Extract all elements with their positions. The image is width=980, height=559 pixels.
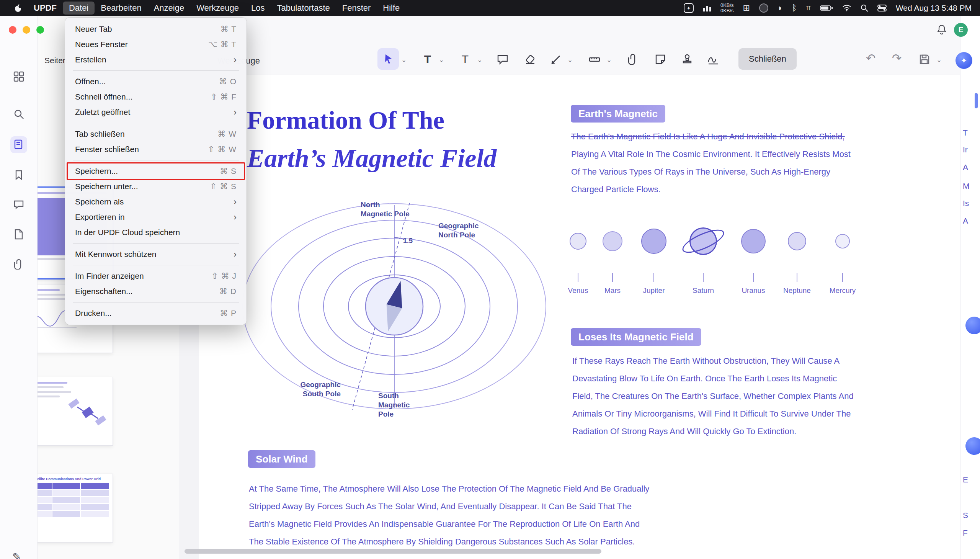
search-icon[interactable] (10, 106, 27, 122)
document-icon[interactable] (10, 226, 27, 243)
menu-separator (73, 243, 239, 243)
sticker-tool-icon[interactable] (651, 49, 670, 70)
right-panel-fragment: S (963, 511, 968, 520)
redo-icon[interactable]: ↷ (892, 51, 902, 65)
comment-tool-icon[interactable] (493, 49, 512, 70)
menu-item-neuer-tab[interactable]: Neuer Tab⌘ T (68, 22, 243, 37)
save-icon[interactable] (915, 49, 934, 70)
control-center-icon[interactable] (878, 2, 887, 14)
menu-bar-clock[interactable]: Wed Aug 13 5:48 PM (896, 3, 972, 13)
doc-title-line2: Earth’s Magnetic Field (247, 143, 496, 174)
signature-tool-icon[interactable] (704, 49, 723, 70)
pen-line-tool-icon[interactable] (547, 49, 566, 70)
menu-item-oeffnen[interactable]: Öffnen...⌘ O (68, 74, 243, 89)
menu-los[interactable]: Los (245, 2, 271, 15)
paragraph-1: The Earth's Magnetic Field Is Like A Hug… (571, 128, 851, 198)
bluetooth-icon[interactable]: ᛒ (792, 2, 797, 14)
menu-anzeige[interactable]: Anzeige (148, 2, 191, 15)
add-text-chevron-icon[interactable]: ⌄ (477, 56, 483, 64)
network-speed-indicator[interactable]: 0KB/s0KB/s (721, 3, 734, 13)
battery-icon[interactable] (820, 2, 833, 14)
paragraph-2: If These Rays Reach The Earth Without Ob… (572, 352, 854, 440)
file-menu-dropdown: Neuer Tab⌘ T Neues Fenster⌥ ⌘ T Erstelle… (65, 18, 246, 325)
shapes-ruler-tool-icon[interactable] (585, 49, 604, 70)
status-droplet-icon[interactable]: ◗ (777, 2, 782, 14)
bookmarks-icon[interactable] (10, 167, 27, 184)
menu-bearbeiten[interactable]: Bearbeiten (94, 2, 147, 15)
status-chart-icon[interactable] (703, 2, 711, 14)
eraser-tool-icon[interactable] (521, 49, 540, 70)
save-chevron-icon[interactable]: ⌄ (936, 56, 942, 64)
status-grid-icon[interactable]: ⊞ (743, 2, 750, 14)
menu-hilfe[interactable]: Hilfe (377, 2, 406, 15)
menu-item-erstellen[interactable]: Erstellen› (68, 52, 243, 68)
right-panel-fragment: T (963, 128, 968, 137)
left-icon-rail: ✎ (0, 16, 38, 559)
traffic-light-close-button[interactable] (9, 26, 17, 34)
menu-app-name[interactable]: UPDF (28, 2, 63, 15)
select-tool-button[interactable] (377, 48, 399, 70)
menu-item-drucken[interactable]: Drucken...⌘ P (68, 306, 243, 321)
menu-item-eigenschaften[interactable]: Eigenschaften...⌘ D (68, 284, 243, 299)
menu-werkzeuge[interactable]: Werkzeuge (190, 2, 245, 15)
floating-action-button-2[interactable] (965, 437, 980, 455)
menu-item-exportieren-in[interactable]: Exportieren in› (68, 210, 243, 225)
menu-item-speichern[interactable]: Speichern...⌘ S (68, 164, 243, 179)
menu-item-speichern-unter[interactable]: Speichern unter...⇧ ⌘ S (68, 179, 243, 194)
shapes-chevron-icon[interactable]: ⌄ (607, 56, 612, 64)
right-panel-fragment: E (963, 475, 968, 485)
traffic-light-minimize-button[interactable] (23, 26, 30, 34)
menu-item-zuletzt-geoeffnet[interactable]: Zuletzt geöffnet› (68, 104, 243, 120)
floating-action-button-1[interactable] (965, 317, 980, 334)
notification-bell-icon[interactable] (936, 24, 947, 35)
menu-tabulatortaste[interactable]: Tabulatortaste (271, 2, 336, 15)
undo-icon[interactable]: ↶ (866, 51, 876, 65)
badge-loses-its-magnetic-field: Loses Its Magnetic Field (571, 328, 701, 346)
label-geographic-south-pole: GeographicSouth Pole (268, 380, 341, 399)
pen-tool-icon[interactable]: ✎ (12, 551, 21, 559)
edit-text-chevron-icon[interactable]: ⌄ (439, 56, 444, 64)
horizontal-scrollbar[interactable] (185, 549, 602, 554)
comments-icon[interactable] (10, 196, 27, 213)
grid-view-icon[interactable] (10, 68, 27, 85)
status-app-icon[interactable]: ✦ (684, 2, 694, 14)
account-avatar[interactable]: E (954, 23, 968, 37)
doc-title-line1: Formation Of The (247, 106, 445, 135)
menu-item-neues-fenster[interactable]: Neues Fenster⌥ ⌘ T (68, 37, 243, 52)
attach-tool-icon[interactable] (623, 49, 642, 70)
menu-item-im-finder-anzeigen[interactable]: Im Finder anzeigen⇧ ⌘ J (68, 268, 243, 284)
add-text-tool-icon[interactable]: T (456, 49, 475, 70)
right-panel-fragment: A (963, 216, 968, 225)
traffic-light-zoom-button[interactable] (36, 26, 44, 34)
submenu-arrow-icon: › (233, 250, 236, 259)
menu-item-schnell-oeffnen[interactable]: Schnell öffnen...⇧ ⌘ F (68, 89, 243, 104)
page-thumbnails-icon[interactable] (10, 136, 27, 153)
edit-text-tool-icon[interactable]: T (418, 49, 437, 70)
menu-item-speichern-als[interactable]: Speichern als› (68, 194, 243, 210)
right-panel-fragment: M (963, 182, 970, 191)
menu-item-fenster-schliessen[interactable]: Fenster schließen⇧ ⌘ W (68, 142, 243, 157)
menu-datei[interactable]: Datei (63, 2, 94, 15)
schliessen-button[interactable]: Schließen (739, 48, 797, 70)
submenu-arrow-icon: › (233, 55, 236, 64)
planet-uranus: Uranus (730, 225, 776, 295)
apple-menu-icon[interactable] (8, 2, 28, 14)
attachments-icon[interactable] (10, 256, 27, 273)
select-tool-chevron-icon[interactable]: ⌄ (401, 56, 407, 64)
submenu-arrow-icon: › (233, 212, 236, 222)
ai-assistant-button[interactable]: ✦ (955, 52, 972, 69)
keypad-icon[interactable]: ⌗ (806, 2, 811, 14)
pages-panel-title: Seiten (45, 56, 68, 65)
status-dark-circle-icon[interactable] (759, 2, 768, 14)
pen-line-chevron-icon[interactable]: ⌄ (567, 56, 573, 64)
screen: { "chars": { "submenu_arrow": "›", "chev… (0, 0, 980, 559)
planet-mars: Mars (590, 225, 635, 295)
menu-item-tab-schliessen[interactable]: Tab schließen⌘ W (68, 126, 243, 142)
menu-item-updf-cloud-speichern[interactable]: In der UPDF Cloud speichern (68, 225, 243, 240)
wifi-icon[interactable] (842, 2, 851, 14)
stamp-tool-icon[interactable] (678, 49, 697, 70)
spotlight-search-icon[interactable] (861, 2, 868, 14)
menu-fenster[interactable]: Fenster (336, 2, 377, 15)
menu-item-mit-kennwort-schuetzen[interactable]: Mit Kennwort schützen› (68, 246, 243, 262)
vertical-scrollbar[interactable] (975, 93, 978, 108)
